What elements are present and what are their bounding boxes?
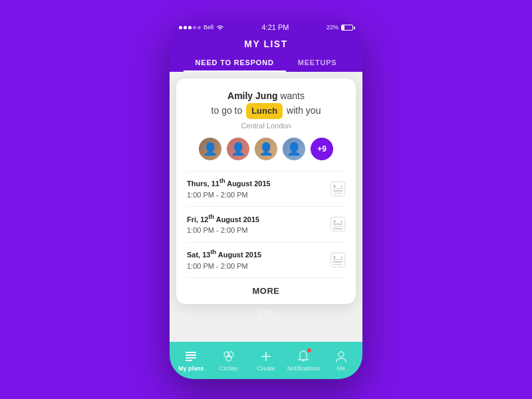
calendar-icon-2[interactable] bbox=[331, 217, 345, 231]
signal-dots bbox=[179, 26, 201, 29]
person-icon bbox=[334, 349, 348, 364]
svg-rect-2 bbox=[186, 357, 196, 358]
app-header: MY LIST NEED TO RESPOND MEETUPS bbox=[170, 35, 362, 72]
nav-item-me[interactable]: Me bbox=[323, 349, 360, 372]
status-time: 4:21 PM bbox=[262, 23, 289, 31]
list-icon bbox=[184, 349, 198, 364]
date-text-3: Sat, 13th August 2015 1:00 PM - 2:00 PM bbox=[187, 249, 261, 272]
tab-need-to-respond[interactable]: NEED TO RESPOND bbox=[184, 55, 286, 72]
dot-5 bbox=[198, 26, 201, 29]
date-item-1: Thurs, 11th August 2015 1:00 PM - 2:00 P… bbox=[187, 171, 345, 207]
svg-rect-0 bbox=[186, 352, 196, 353]
nav-item-circles[interactable]: Circles bbox=[209, 349, 247, 372]
location-text: Central London bbox=[187, 122, 345, 130]
svg-rect-1 bbox=[186, 354, 196, 356]
activity-badge: Lunch bbox=[246, 103, 283, 119]
date-text-1: Thurs, 11th August 2015 1:00 PM - 2:00 P… bbox=[187, 178, 271, 201]
more-button[interactable]: MORE bbox=[187, 277, 345, 304]
main-content: Amily Jung wants to go to Lunch with you… bbox=[170, 72, 362, 342]
nav-item-create[interactable]: Create bbox=[247, 349, 285, 372]
date-list: Thurs, 11th August 2015 1:00 PM - 2:00 P… bbox=[187, 171, 345, 278]
nav-label-notifications: Notifications bbox=[287, 365, 320, 372]
nav-item-notifications[interactable]: Notifications bbox=[285, 349, 322, 372]
avatar-4: 👤 bbox=[281, 136, 307, 162]
inviter-name: Amily Jung bbox=[227, 90, 277, 101]
circles-icon bbox=[221, 349, 236, 364]
avatar-3: 👤 bbox=[253, 136, 279, 162]
bell-icon bbox=[296, 349, 311, 364]
nav-label-me: Me bbox=[337, 365, 346, 372]
app-title: MY LIST bbox=[170, 39, 362, 49]
avatar-2: 👤 bbox=[225, 136, 251, 162]
carrier-label: Bell bbox=[203, 24, 213, 31]
svg-rect-8 bbox=[261, 356, 271, 357]
calendar-icon-1[interactable] bbox=[331, 182, 345, 196]
status-right: 22% bbox=[327, 24, 353, 31]
battery-fill bbox=[342, 25, 344, 30]
date-text-2: Fri, 12th August 2015 1:00 PM - 2:00 PM bbox=[187, 213, 259, 236]
nav-item-my-plans[interactable]: My plans bbox=[172, 349, 209, 372]
dot-1 bbox=[179, 26, 182, 29]
battery-icon bbox=[341, 25, 353, 31]
invitation-card: Amily Jung wants to go to Lunch with you… bbox=[176, 78, 356, 304]
dot-3 bbox=[188, 26, 192, 29]
nav-label-my-plans: My plans bbox=[178, 365, 204, 372]
nav-label-create: Create bbox=[257, 365, 275, 372]
avatar-more-count: +9 bbox=[309, 136, 334, 162]
avatar-1: 👤 bbox=[198, 136, 223, 162]
pagination: 2 / 5 bbox=[253, 304, 278, 323]
avatars-group: 👤 👤 👤 👤 +9 bbox=[187, 136, 345, 162]
nav-label-circles: Circles bbox=[219, 365, 238, 372]
tab-meetups[interactable]: MEETUPS bbox=[286, 55, 349, 72]
dot-4 bbox=[193, 26, 196, 29]
date-item-2: Fri, 12th August 2015 1:00 PM - 2:00 PM bbox=[187, 206, 345, 242]
calendar-icon-3[interactable] bbox=[331, 253, 345, 267]
plus-icon bbox=[259, 349, 273, 364]
phone-frame: Bell 4:21 PM 22% MY LIST NEED TO RESPOND… bbox=[170, 20, 362, 379]
notification-dot bbox=[307, 348, 311, 352]
date-item-3: Sat, 13th August 2015 1:00 PM - 2:00 PM bbox=[187, 242, 345, 278]
invite-text2: to go to bbox=[211, 105, 245, 116]
bottom-nav: My plans Circles Create bbox=[170, 342, 362, 379]
svg-rect-3 bbox=[186, 360, 192, 361]
status-bar: Bell 4:21 PM 22% bbox=[170, 20, 362, 35]
tabs: NEED TO RESPOND MEETUPS bbox=[170, 55, 362, 72]
invite-text3: with you bbox=[284, 105, 321, 116]
wifi-icon bbox=[216, 25, 224, 31]
status-left: Bell bbox=[179, 24, 224, 31]
svg-point-9 bbox=[338, 352, 344, 357]
invite-text1: wants bbox=[278, 90, 305, 101]
dot-2 bbox=[184, 26, 187, 29]
battery-percent: 22% bbox=[327, 24, 338, 31]
invitation-text: Amily Jung wants to go to Lunch with you bbox=[187, 89, 345, 119]
